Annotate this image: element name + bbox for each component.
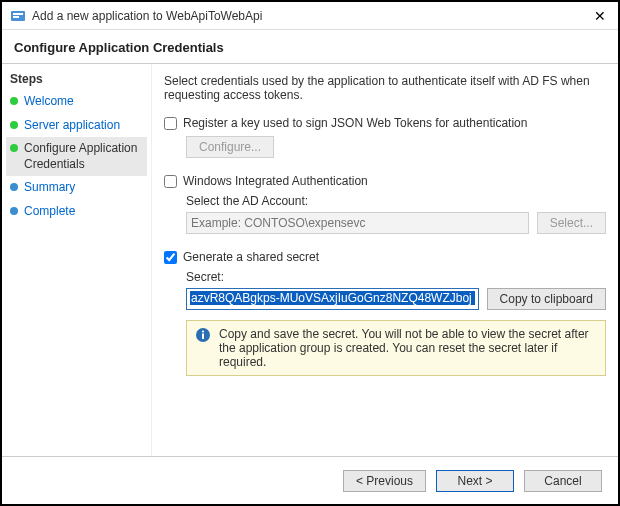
register-key-checkbox[interactable]: [164, 117, 177, 130]
step-label: Complete: [24, 204, 75, 220]
secret-input[interactable]: azvR8QABgkps-MUoVSAxjIuGoGnz8NZQ48WZJboj: [186, 288, 479, 310]
shared-secret-label: Generate a shared secret: [183, 250, 319, 264]
window-title: Add a new application to WebApiToWebApi: [32, 9, 590, 23]
bullet-icon: [10, 207, 18, 215]
copy-to-clipboard-button[interactable]: Copy to clipboard: [487, 288, 606, 310]
shared-secret-checkbox-row[interactable]: Generate a shared secret: [164, 250, 606, 264]
steps-heading: Steps: [6, 70, 147, 90]
bullet-icon: [10, 121, 18, 129]
bullet-icon: [10, 144, 18, 152]
shared-secret-checkbox[interactable]: [164, 251, 177, 264]
footer: < Previous Next > Cancel: [2, 456, 618, 504]
step-label: Welcome: [24, 94, 74, 110]
step-welcome[interactable]: Welcome: [6, 90, 147, 114]
select-ad-button: Select...: [537, 212, 606, 234]
svg-rect-4: [202, 334, 204, 340]
titlebar: Add a new application to WebApiToWebApi …: [2, 2, 618, 30]
step-complete[interactable]: Complete: [6, 200, 147, 224]
step-label: Configure Application Credentials: [24, 141, 143, 172]
wia-checkbox[interactable]: [164, 175, 177, 188]
close-icon[interactable]: ✕: [590, 8, 610, 24]
step-label: Server application: [24, 118, 120, 134]
info-text: Copy and save the secret. You will not b…: [219, 327, 597, 369]
app-icon: [10, 8, 26, 24]
bullet-icon: [10, 97, 18, 105]
previous-button[interactable]: < Previous: [343, 470, 426, 492]
secret-field-label: Secret:: [186, 270, 606, 284]
shared-secret-section: Generate a shared secret Secret: azvR8QA…: [164, 250, 606, 376]
ad-account-input: [186, 212, 529, 234]
step-summary[interactable]: Summary: [6, 176, 147, 200]
secret-value: azvR8QABgkps-MUoVSAxjIuGoGnz8NZQ48WZJboj: [190, 291, 475, 305]
next-button[interactable]: Next >: [436, 470, 514, 492]
main-panel: Select credentials used by the applicati…: [152, 64, 618, 457]
header: Configure Application Credentials: [2, 30, 618, 63]
steps-sidebar: Steps Welcome Server application Configu…: [2, 64, 152, 457]
configure-button: Configure...: [186, 136, 274, 158]
step-configure-credentials[interactable]: Configure Application Credentials: [6, 137, 147, 176]
svg-rect-1: [13, 13, 23, 15]
wia-checkbox-row[interactable]: Windows Integrated Authentication: [164, 174, 606, 188]
intro-text: Select credentials used by the applicati…: [164, 74, 606, 102]
register-key-section: Register a key used to sign JSON Web Tok…: [164, 116, 606, 158]
wia-label: Windows Integrated Authentication: [183, 174, 368, 188]
step-server-application[interactable]: Server application: [6, 114, 147, 138]
step-label: Summary: [24, 180, 75, 196]
register-key-label: Register a key used to sign JSON Web Tok…: [183, 116, 527, 130]
info-icon: [195, 327, 211, 343]
svg-point-5: [202, 330, 204, 332]
bullet-icon: [10, 183, 18, 191]
info-box: Copy and save the secret. You will not b…: [186, 320, 606, 376]
cancel-button[interactable]: Cancel: [524, 470, 602, 492]
wia-section: Windows Integrated Authentication Select…: [164, 174, 606, 234]
ad-account-label: Select the AD Account:: [186, 194, 606, 208]
svg-rect-2: [13, 16, 19, 18]
register-key-checkbox-row[interactable]: Register a key used to sign JSON Web Tok…: [164, 116, 606, 130]
page-title: Configure Application Credentials: [14, 40, 606, 55]
